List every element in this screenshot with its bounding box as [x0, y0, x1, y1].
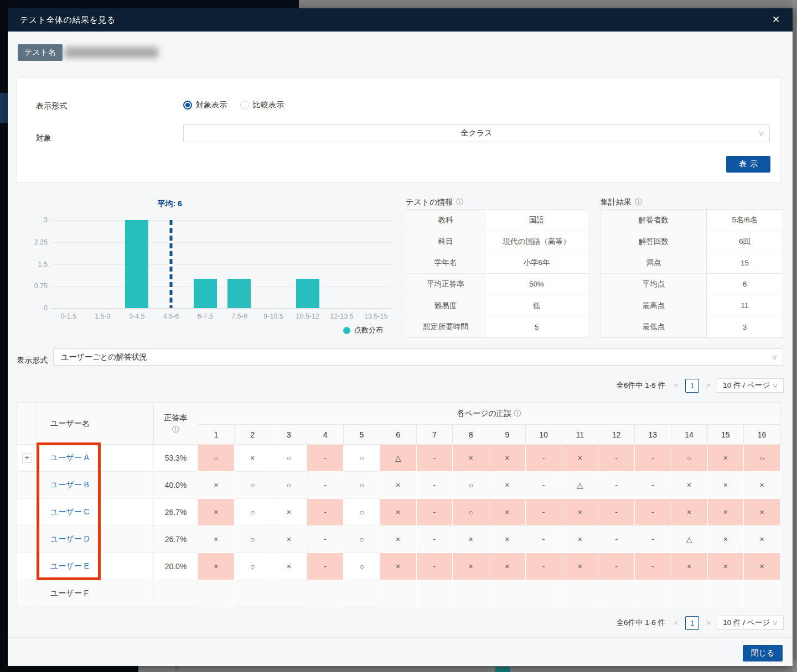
result-cell: ○ — [344, 553, 380, 580]
info-row: 科目現代の国語（高等） — [406, 231, 588, 252]
info-value: 5 — [485, 316, 588, 338]
show-button[interactable]: 表示 — [726, 156, 770, 173]
info-label: 難易度 — [406, 295, 485, 316]
summary-title: 集計結果 ⓘ — [601, 197, 642, 207]
result-cell: ○ — [234, 499, 271, 526]
expander-cell — [17, 472, 37, 499]
user-name-link[interactable]: ユーザー E — [50, 561, 89, 570]
info-icon[interactable]: ⓘ — [514, 409, 521, 418]
x-axis-tick: 4.5-6 — [154, 312, 188, 320]
info-label: 学年名 — [406, 252, 485, 274]
radio-target-display[interactable]: 対象表示 — [183, 100, 227, 110]
result-cell: × — [453, 445, 489, 472]
info-value: 6回 — [707, 231, 783, 252]
table-row: +ユーザー A53.3%○×○-○△-××-×--○×○ — [17, 445, 780, 472]
page-col-header-15: 15 — [707, 425, 744, 445]
scrollbar-thumb[interactable] — [793, 8, 796, 661]
radio-target-label: 対象表示 — [196, 100, 227, 110]
test-name-redacted — [64, 47, 158, 58]
next-page-icon[interactable]: > — [705, 618, 711, 627]
x-axis-tick: 13.5-15 — [359, 312, 393, 320]
result-cell: - — [416, 499, 453, 526]
pagination-bottom: 全6件中 1-6 件 < 1 > 10 件 / ページ ∨ — [616, 616, 784, 630]
radio-unselected-icon[interactable] — [240, 101, 249, 110]
view-select-value: ユーザーごとの解答状況 — [61, 352, 147, 362]
result-cell: - — [525, 499, 562, 526]
expand-row-button[interactable]: + — [22, 453, 32, 463]
legend-dot-icon — [343, 327, 350, 334]
summary-title-text: 集計結果 — [601, 197, 632, 207]
page-number-button[interactable]: 1 — [685, 616, 699, 630]
user-name-link[interactable]: ユーザー D — [50, 534, 90, 543]
info-label: 解答者数 — [601, 210, 707, 231]
info-label: 平均点 — [601, 274, 707, 295]
result-cell: - — [525, 445, 562, 472]
rate-cell: 40.0% — [154, 472, 198, 499]
page-scrollbar[interactable] — [792, 0, 797, 672]
user-name-cell: ユーザー C — [37, 499, 154, 526]
x-axis-tick: 10.5-12 — [291, 312, 325, 320]
result-cell: × — [671, 553, 707, 580]
y-axis-tick: 2.25 — [17, 238, 48, 246]
target-class-select[interactable]: 全クラス ∨ — [183, 124, 770, 142]
close-button[interactable]: 閉じる — [743, 645, 783, 661]
page-size-select[interactable]: 10 件 / ページ ∨ — [717, 378, 784, 393]
result-cell: × — [707, 499, 744, 526]
view-format-select[interactable]: ユーザーごとの解答状況 ∨ — [53, 348, 783, 366]
result-cell — [562, 580, 598, 607]
radio-compare-display[interactable]: 比較表示 — [240, 100, 284, 110]
close-icon[interactable]: ✕ — [769, 13, 783, 27]
display-format-label: 表示形式 — [36, 101, 67, 111]
info-value: 50% — [485, 274, 588, 295]
user-name-link[interactable]: ユーザー C — [50, 507, 90, 516]
target-select-value: 全クラス — [461, 128, 493, 138]
result-cell: ○ — [234, 553, 271, 580]
next-page-icon[interactable]: > — [705, 381, 711, 390]
user-name-cell: ユーザー E — [37, 553, 154, 580]
result-cell: - — [635, 499, 671, 526]
user-name-cell: ユーザー D — [37, 526, 154, 553]
page-col-header-11: 11 — [562, 425, 598, 445]
info-row: 解答者数5名/6名 — [601, 210, 783, 231]
summary-table: 解答者数5名/6名解答回数6回満点15平均点6最高点11最低点3 — [601, 209, 783, 338]
info-icon[interactable]: ⓘ — [456, 197, 463, 207]
info-label: 平均正答率 — [406, 274, 485, 295]
x-axis-tick: 6-7.5 — [188, 312, 222, 320]
rate-cell — [154, 580, 198, 607]
user-name-link[interactable]: ユーザー A — [50, 453, 89, 462]
pagination-top: 全6件中 1-6 件 < 1 > 10 件 / ページ ∨ — [616, 378, 784, 393]
prev-page-icon[interactable]: < — [673, 618, 680, 627]
user-name-cell: ユーザー B — [37, 472, 154, 499]
info-icon[interactable]: ⓘ — [635, 197, 642, 207]
average-line — [169, 220, 172, 308]
page-col-header-14: 14 — [671, 425, 707, 445]
result-cell: × — [198, 472, 235, 499]
pagination-total: 全6件中 1-6 件 — [616, 381, 665, 390]
result-cell: × — [707, 472, 744, 499]
modal-title: テスト全体の結果を見る — [20, 15, 116, 25]
result-cell: - — [416, 445, 453, 472]
prev-page-icon[interactable]: < — [673, 381, 680, 390]
result-cell: × — [271, 553, 307, 580]
gridline — [51, 286, 393, 286]
result-cell — [744, 580, 780, 607]
chart-legend: 点数分布 — [343, 325, 383, 335]
page-size-select[interactable]: 10 件 / ページ ∨ — [717, 616, 784, 630]
info-label: 科目 — [406, 231, 485, 252]
result-cell: × — [198, 526, 235, 553]
radio-selected-icon[interactable] — [183, 101, 192, 110]
info-label: 満点 — [601, 252, 707, 274]
result-cell: × — [744, 472, 780, 499]
rate-cell: 26.7% — [154, 526, 198, 553]
result-cell — [307, 580, 344, 607]
info-row: 最低点3 — [601, 316, 783, 338]
page-number-button[interactable]: 1 — [685, 379, 699, 393]
info-icon[interactable]: ⓘ — [172, 425, 179, 434]
expander-cell — [17, 580, 37, 607]
user-name-link[interactable]: ユーザー B — [50, 480, 89, 489]
result-cell: × — [271, 526, 307, 553]
result-cell: - — [307, 472, 344, 499]
page-col-header-12: 12 — [598, 425, 635, 445]
info-value: 5名/6名 — [707, 210, 783, 231]
result-cell: ○ — [344, 499, 380, 526]
